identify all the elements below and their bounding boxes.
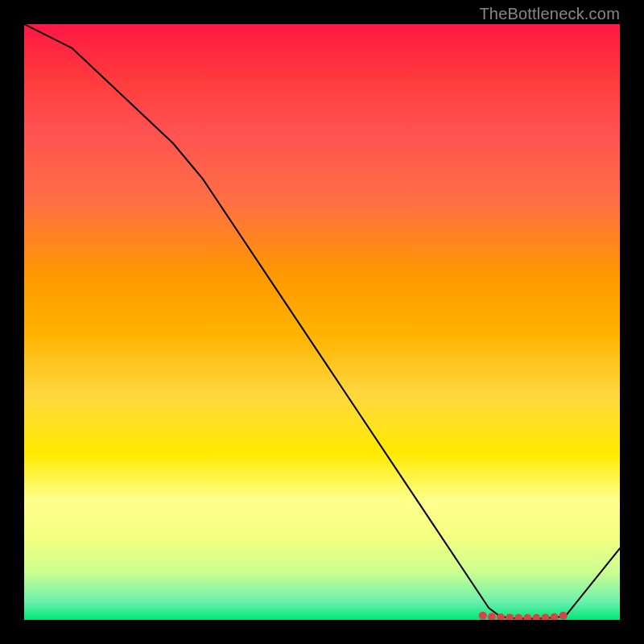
attribution-text: TheBottleneck.com bbox=[479, 5, 620, 23]
data-marker bbox=[514, 614, 522, 620]
chart-container: TheBottleneck.com bbox=[0, 0, 644, 644]
data-marker bbox=[488, 613, 496, 620]
data-marker bbox=[542, 613, 550, 620]
data-marker bbox=[506, 613, 514, 620]
chart-svg bbox=[24, 24, 620, 620]
data-marker bbox=[523, 614, 531, 620]
plot-area bbox=[24, 24, 620, 620]
data-marker bbox=[532, 614, 540, 620]
data-marker bbox=[479, 612, 487, 620]
series-line bbox=[24, 24, 620, 619]
data-marker bbox=[559, 612, 568, 620]
data-marker bbox=[551, 613, 559, 620]
